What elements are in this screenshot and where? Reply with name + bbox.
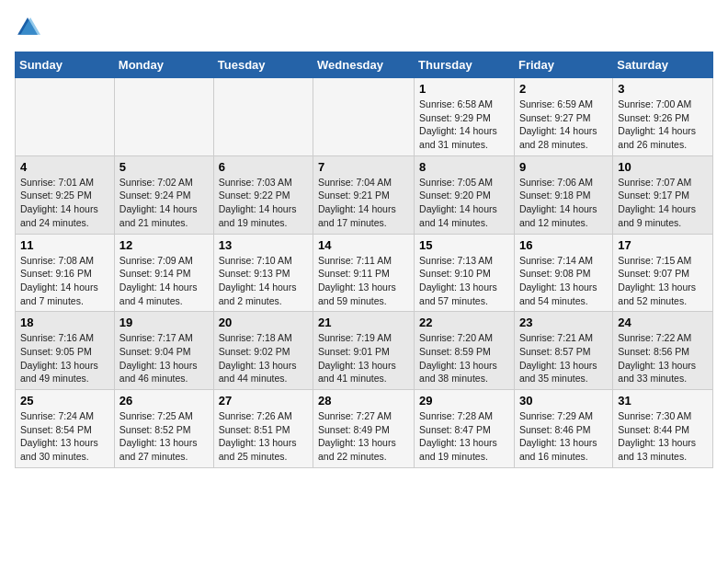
calendar-cell: [16, 78, 115, 156]
day-info: Sunrise: 7:19 AMSunset: 9:01 PMDaylight:…: [318, 331, 409, 385]
weekday-header-tuesday: Tuesday: [213, 52, 313, 78]
day-info: Sunrise: 7:22 AMSunset: 8:56 PMDaylight:…: [618, 331, 708, 385]
calendar-cell: 19Sunrise: 7:17 AMSunset: 9:04 PMDayligh…: [114, 312, 213, 390]
calendar-cell: 1Sunrise: 6:58 AMSunset: 9:29 PMDaylight…: [415, 78, 515, 156]
calendar-cell: 23Sunrise: 7:21 AMSunset: 8:57 PMDayligh…: [514, 312, 612, 390]
calendar-cell: 8Sunrise: 7:05 AMSunset: 9:20 PMDaylight…: [415, 155, 515, 234]
weekday-header-thursday: Thursday: [415, 52, 515, 78]
calendar-cell: 9Sunrise: 7:06 AMSunset: 9:18 PMDaylight…: [514, 155, 612, 234]
calendar-cell: 21Sunrise: 7:19 AMSunset: 9:01 PMDayligh…: [313, 312, 415, 390]
day-number: 2: [519, 82, 608, 96]
day-number: 15: [419, 238, 509, 252]
calendar-cell: 13Sunrise: 7:10 AMSunset: 9:13 PMDayligh…: [213, 234, 313, 312]
day-number: 21: [318, 316, 409, 329]
day-info: Sunrise: 7:01 AMSunset: 9:25 PMDaylight:…: [20, 176, 109, 230]
calendar-cell: 12Sunrise: 7:09 AMSunset: 9:14 PMDayligh…: [114, 234, 213, 312]
calendar-cell: [213, 78, 313, 156]
day-number: 4: [20, 160, 109, 174]
day-number: 9: [519, 160, 608, 174]
day-info: Sunrise: 7:30 AMSunset: 8:44 PMDaylight:…: [618, 409, 708, 464]
calendar-cell: 15Sunrise: 7:13 AMSunset: 9:10 PMDayligh…: [415, 234, 515, 312]
day-number: 17: [618, 238, 708, 252]
day-number: 12: [119, 238, 209, 252]
day-info: Sunrise: 7:11 AMSunset: 9:11 PMDaylight:…: [318, 254, 409, 308]
day-info: Sunrise: 7:17 AMSunset: 9:04 PMDaylight:…: [119, 331, 209, 385]
day-number: 20: [219, 316, 308, 329]
day-info: Sunrise: 7:07 AMSunset: 9:17 PMDaylight:…: [618, 176, 708, 230]
day-number: 23: [519, 316, 608, 329]
day-info: Sunrise: 7:20 AMSunset: 8:59 PMDaylight:…: [419, 331, 509, 385]
calendar-cell: 5Sunrise: 7:02 AMSunset: 9:24 PMDaylight…: [114, 155, 213, 234]
day-number: 1: [419, 82, 509, 96]
day-number: 3: [618, 82, 708, 96]
calendar-table: SundayMondayTuesdayWednesdayThursdayFrid…: [15, 52, 713, 468]
weekday-header-monday: Monday: [114, 52, 213, 78]
calendar-cell: 28Sunrise: 7:27 AMSunset: 8:49 PMDayligh…: [313, 390, 415, 468]
calendar-cell: 17Sunrise: 7:15 AMSunset: 9:07 PMDayligh…: [613, 234, 713, 312]
calendar-cell: 27Sunrise: 7:26 AMSunset: 8:51 PMDayligh…: [213, 390, 313, 468]
week-row-3: 11Sunrise: 7:08 AMSunset: 9:16 PMDayligh…: [16, 234, 713, 312]
day-number: 11: [20, 238, 109, 252]
day-number: 24: [618, 316, 708, 329]
weekday-header-wednesday: Wednesday: [313, 52, 415, 78]
calendar-cell: 7Sunrise: 7:04 AMSunset: 9:21 PMDaylight…: [313, 155, 415, 234]
calendar-cell: 11Sunrise: 7:08 AMSunset: 9:16 PMDayligh…: [16, 234, 115, 312]
weekday-header-friday: Friday: [514, 52, 612, 78]
day-info: Sunrise: 7:24 AMSunset: 8:54 PMDaylight:…: [20, 409, 109, 464]
calendar-cell: 26Sunrise: 7:25 AMSunset: 8:52 PMDayligh…: [114, 390, 213, 468]
calendar-cell: 31Sunrise: 7:30 AMSunset: 8:44 PMDayligh…: [613, 390, 713, 468]
day-number: 10: [618, 160, 708, 174]
day-info: Sunrise: 7:05 AMSunset: 9:20 PMDaylight:…: [419, 176, 509, 230]
calendar-cell: 4Sunrise: 7:01 AMSunset: 9:25 PMDaylight…: [16, 155, 115, 234]
calendar-cell: 18Sunrise: 7:16 AMSunset: 9:05 PMDayligh…: [16, 312, 115, 390]
calendar-cell: 22Sunrise: 7:20 AMSunset: 8:59 PMDayligh…: [415, 312, 515, 390]
calendar-cell: 25Sunrise: 7:24 AMSunset: 8:54 PMDayligh…: [16, 390, 115, 468]
calendar-cell: 10Sunrise: 7:07 AMSunset: 9:17 PMDayligh…: [613, 155, 713, 234]
day-info: Sunrise: 7:04 AMSunset: 9:21 PMDaylight:…: [318, 176, 409, 230]
day-info: Sunrise: 7:18 AMSunset: 9:02 PMDaylight:…: [219, 331, 308, 385]
day-number: 31: [618, 394, 708, 408]
day-info: Sunrise: 7:09 AMSunset: 9:14 PMDaylight:…: [119, 254, 209, 308]
day-info: Sunrise: 6:58 AMSunset: 9:29 PMDaylight:…: [419, 98, 509, 152]
day-info: Sunrise: 7:27 AMSunset: 8:49 PMDaylight:…: [318, 409, 409, 464]
calendar-cell: 14Sunrise: 7:11 AMSunset: 9:11 PMDayligh…: [313, 234, 415, 312]
logo: [15, 15, 44, 40]
day-number: 16: [519, 238, 608, 252]
day-info: Sunrise: 7:29 AMSunset: 8:46 PMDaylight:…: [519, 409, 608, 464]
weekday-header-row: SundayMondayTuesdayWednesdayThursdayFrid…: [16, 52, 713, 78]
day-info: Sunrise: 7:13 AMSunset: 9:10 PMDaylight:…: [419, 254, 509, 308]
day-number: 5: [119, 160, 209, 174]
day-number: 19: [119, 316, 209, 329]
page-header: [15, 15, 713, 40]
calendar-cell: 3Sunrise: 7:00 AMSunset: 9:26 PMDaylight…: [613, 78, 713, 156]
calendar-cell: 16Sunrise: 7:14 AMSunset: 9:08 PMDayligh…: [514, 234, 612, 312]
week-row-2: 4Sunrise: 7:01 AMSunset: 9:25 PMDaylight…: [16, 155, 713, 234]
day-info: Sunrise: 7:10 AMSunset: 9:13 PMDaylight:…: [219, 254, 308, 308]
day-info: Sunrise: 7:00 AMSunset: 9:26 PMDaylight:…: [618, 98, 708, 152]
calendar-cell: [114, 78, 213, 156]
day-number: 26: [119, 394, 209, 408]
day-info: Sunrise: 7:28 AMSunset: 8:47 PMDaylight:…: [419, 409, 509, 464]
day-number: 22: [419, 316, 509, 329]
day-info: Sunrise: 7:08 AMSunset: 9:16 PMDaylight:…: [20, 254, 109, 308]
calendar-cell: 30Sunrise: 7:29 AMSunset: 8:46 PMDayligh…: [514, 390, 612, 468]
day-number: 29: [419, 394, 509, 408]
day-number: 18: [20, 316, 109, 329]
calendar-cell: [313, 78, 415, 156]
day-info: Sunrise: 7:21 AMSunset: 8:57 PMDaylight:…: [519, 331, 608, 385]
day-info: Sunrise: 7:02 AMSunset: 9:24 PMDaylight:…: [119, 176, 209, 230]
day-number: 7: [318, 160, 409, 174]
day-number: 8: [419, 160, 509, 174]
day-number: 13: [219, 238, 308, 252]
day-number: 30: [519, 394, 608, 408]
week-row-4: 18Sunrise: 7:16 AMSunset: 9:05 PMDayligh…: [16, 312, 713, 390]
calendar-cell: 2Sunrise: 6:59 AMSunset: 9:27 PMDaylight…: [514, 78, 612, 156]
day-info: Sunrise: 7:15 AMSunset: 9:07 PMDaylight:…: [618, 254, 708, 308]
week-row-1: 1Sunrise: 6:58 AMSunset: 9:29 PMDaylight…: [16, 78, 713, 156]
day-info: Sunrise: 7:03 AMSunset: 9:22 PMDaylight:…: [219, 176, 308, 230]
weekday-header-sunday: Sunday: [16, 52, 115, 78]
day-number: 27: [219, 394, 308, 408]
day-number: 28: [318, 394, 409, 408]
week-row-5: 25Sunrise: 7:24 AMSunset: 8:54 PMDayligh…: [16, 390, 713, 468]
day-number: 6: [219, 160, 308, 174]
